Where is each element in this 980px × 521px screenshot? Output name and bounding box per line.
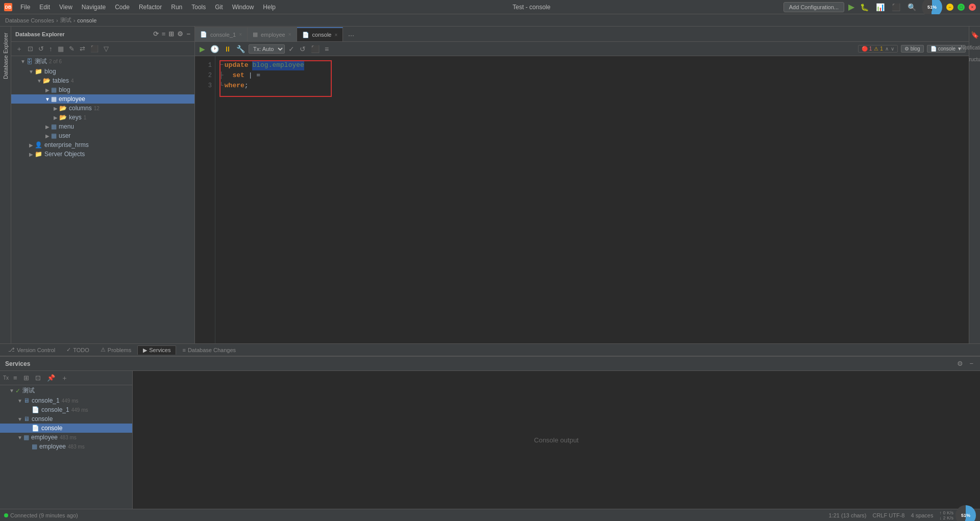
tab-version-control[interactable]: ⎇ Version Control: [3, 345, 60, 354]
menu-run[interactable]: Run: [167, 3, 186, 12]
services-tree-root[interactable]: ▼ ✓ 测试: [0, 385, 132, 396]
tree-item-blog-db[interactable]: ▼ 📁 blog: [11, 67, 194, 76]
history-icon[interactable]: 🕐: [209, 44, 220, 54]
tab-console-close[interactable]: ×: [334, 32, 337, 38]
code-content[interactable]: ⌐ update blog.employee ├ set | = └ where…: [215, 56, 962, 343]
tree-item-server-objects[interactable]: ▶ 📁 Server Objects: [11, 150, 194, 159]
vc-icon: ⎇: [8, 346, 15, 353]
tree-item-keys[interactable]: ▶ 📂 keys 1: [11, 113, 194, 122]
notification-icon[interactable]: Notifications: [959, 43, 980, 53]
sub-icon: 📄: [32, 406, 39, 413]
rollback-icon[interactable]: ↺: [298, 44, 307, 54]
menu-tools[interactable]: Tools: [187, 3, 210, 12]
server-objects-label: Server Objects: [44, 151, 85, 158]
menu-refactor[interactable]: Refactor: [135, 3, 166, 12]
services-console-group[interactable]: ▼ 🖥 console: [0, 414, 132, 424]
menu-file[interactable]: File: [16, 3, 34, 12]
menu-navigate[interactable]: Navigate: [78, 3, 110, 12]
run-query-icon[interactable]: ▶: [198, 44, 207, 54]
menu-help[interactable]: Help: [259, 3, 280, 12]
tab-overflow-icon[interactable]: ⋯: [345, 30, 357, 41]
close-button[interactable]: ×: [969, 4, 976, 11]
expand-icon[interactable]: ⊞: [168, 30, 174, 38]
tab-console1[interactable]: 📄 console_1 ×: [195, 27, 248, 41]
tree-item-enterprise[interactable]: ▶ 👤 enterprise_hrms: [11, 140, 194, 150]
settings-panel-icon[interactable]: ⚙: [955, 359, 965, 368]
maximize-button[interactable]: □: [958, 4, 965, 11]
db-explorer-label[interactable]: Database Explorer: [2, 29, 10, 83]
search-icon[interactable]: 🔍: [906, 2, 918, 12]
services-console-sub[interactable]: 📄 console: [0, 424, 132, 433]
services-console1-group[interactable]: ▼ 🖥 console_1 449 ms: [0, 396, 132, 405]
tab-services[interactable]: ▶ Services: [137, 345, 176, 355]
settings-icon[interactable]: ⚙: [177, 30, 183, 38]
chevron-down-icon: ▼: [16, 435, 23, 440]
breadcrumb-item-2[interactable]: 测试: [60, 16, 71, 24]
tab-todo[interactable]: ✓ TODO: [61, 345, 94, 354]
edit-icon[interactable]: ✎: [67, 44, 76, 54]
sync-icon[interactable]: ⟳: [153, 30, 159, 38]
tab-console1-close[interactable]: ×: [239, 32, 242, 37]
services-group-icon[interactable]: ⊡: [34, 373, 42, 383]
console-icon: 📄: [302, 32, 309, 38]
tab-problems[interactable]: ⚠ Problems: [95, 345, 136, 354]
services-console1-sub[interactable]: 📄 console_1 449 ms: [0, 405, 132, 414]
services-collapse-icon[interactable]: ≡: [12, 373, 19, 383]
filter-up-icon[interactable]: ↑: [47, 44, 54, 54]
compare-icon[interactable]: ⇄: [78, 44, 87, 54]
run-icon[interactable]: ▶: [848, 2, 854, 12]
commit-icon[interactable]: ✓: [287, 44, 296, 54]
vc-label: Version Control: [17, 347, 55, 353]
settings-query-icon[interactable]: 🔧: [235, 44, 247, 54]
add-icon[interactable]: ＋: [14, 43, 24, 55]
stop-icon[interactable]: ⬛: [890, 2, 902, 12]
code-editor[interactable]: 1 2 3 ⌐ update blog.employee ├ set | =: [195, 56, 969, 343]
coverage-icon[interactable]: 📊: [874, 2, 886, 12]
console-output-area: Console output: [133, 371, 980, 509]
filter-icon[interactable]: ▽: [102, 44, 110, 54]
copy-icon[interactable]: ⊡: [26, 44, 35, 54]
tx-auto-select[interactable]: Tx: Auto: [249, 44, 285, 54]
chevron-up-icon[interactable]: ∧: [885, 46, 889, 52]
collapse-icon[interactable]: ≡: [162, 30, 166, 38]
table-view-icon[interactable]: ▦: [56, 44, 65, 54]
bookmark-icon[interactable]: 🔖: [969, 29, 980, 41]
services-add-icon[interactable]: ＋: [60, 373, 69, 384]
services-employee-sub[interactable]: ▦ employee 483 ms: [0, 442, 132, 451]
cancel-icon[interactable]: ⬛: [309, 44, 321, 54]
close-sidebar-icon[interactable]: −: [186, 30, 190, 38]
employee-group-icon: ▦: [23, 434, 29, 441]
blog-branch-tag[interactable]: ⚙ blog: [901, 45, 924, 53]
add-configuration-button[interactable]: Add Configuration...: [783, 2, 844, 12]
refresh-icon[interactable]: ↺: [37, 44, 45, 54]
menu-git[interactable]: Git: [211, 3, 227, 12]
tab-employee-close[interactable]: ×: [288, 32, 291, 37]
schema-icon[interactable]: ⬛: [89, 44, 100, 54]
tree-item-menu[interactable]: ▶ ▦ menu: [11, 122, 194, 131]
menu-code[interactable]: Code: [111, 3, 134, 12]
menu-window[interactable]: Window: [228, 3, 258, 12]
tab-console[interactable]: 📄 console ×: [297, 27, 344, 41]
chevron-down-icon[interactable]: ∨: [891, 46, 894, 52]
services-expand-icon[interactable]: ⊞: [22, 373, 31, 383]
tree-item-tables[interactable]: ▼ 📂 tables 4: [11, 76, 194, 85]
minimize-panel-icon[interactable]: −: [968, 359, 975, 368]
services-employee-group[interactable]: ▼ ▦ employee 483 ms: [0, 433, 132, 442]
menu-view[interactable]: View: [55, 3, 77, 12]
console1-icon: 📄: [200, 31, 207, 38]
tree-item-employee[interactable]: ▼ ▦ employee: [11, 94, 194, 104]
line-num-1: 1: [195, 60, 212, 70]
minimize-button[interactable]: −: [946, 4, 953, 11]
menu-edit[interactable]: Edit: [35, 3, 54, 12]
tree-item-blog-table[interactable]: ▶ ▦ blog: [11, 85, 194, 94]
breadcrumb-item-1[interactable]: Database Consoles: [5, 17, 54, 23]
debug-icon[interactable]: 🐛: [859, 2, 870, 12]
tab-db-changes[interactable]: ≡ Database Changes: [177, 346, 241, 354]
tree-root[interactable]: ▼ 🗄 测试 2 of 6: [11, 56, 194, 67]
stop-query-icon[interactable]: ⏸: [223, 44, 233, 54]
format-icon[interactable]: ≡: [323, 44, 330, 54]
tab-employee[interactable]: ▦ employee ×: [248, 27, 297, 41]
tree-item-user[interactable]: ▶ ▦ user: [11, 131, 194, 140]
services-pin-icon[interactable]: 📌: [45, 373, 57, 383]
tree-item-columns[interactable]: ▶ 📂 columns 12: [11, 104, 194, 113]
